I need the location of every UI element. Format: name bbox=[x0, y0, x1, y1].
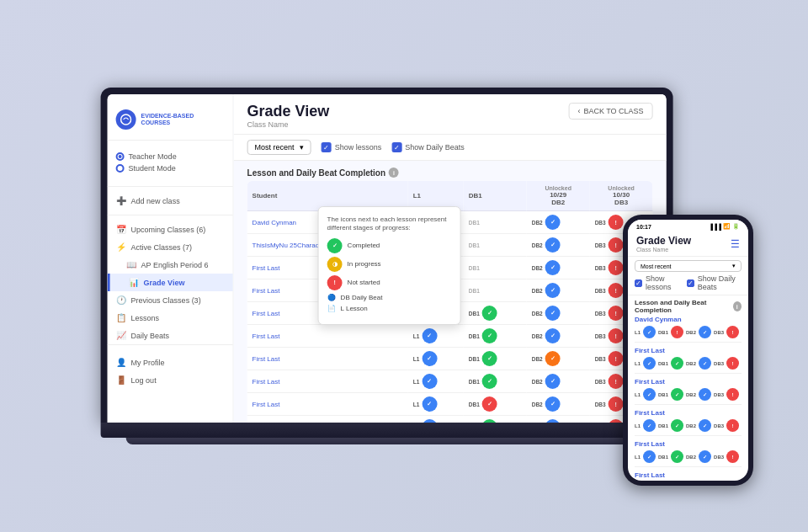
lesson-legend-icon: 📄 bbox=[327, 305, 336, 312]
grade-badge-✓: ✓ bbox=[482, 328, 497, 343]
sidebar-logout-label: Log out bbox=[131, 376, 157, 385]
main-content: Grade View Class Name ‹ BACK TO CLASS Mo… bbox=[234, 94, 667, 423]
student-name-cell: First Last bbox=[247, 348, 408, 370]
student-mode-item[interactable]: Student Mode bbox=[116, 164, 225, 173]
grade-badge-!: ! bbox=[609, 351, 624, 366]
scene: EVIDENCE-BASED COURSES Teacher Mode Stud… bbox=[0, 0, 808, 532]
db1-cell: DB1✓ bbox=[464, 370, 527, 393]
db2-cell: DB2✓ bbox=[527, 302, 590, 325]
col-db2-header: Unlocked 10/29 DB2 bbox=[527, 181, 590, 211]
sidebar-ap-label: AP English Period 6 bbox=[141, 261, 209, 269]
info-icon[interactable]: i bbox=[389, 168, 399, 178]
grade-badge-!: ! bbox=[609, 328, 624, 343]
sidebar-item-lessons[interactable]: 📋 Lessons bbox=[108, 309, 233, 327]
sidebar-item-previous[interactable]: 🕐 Previous Classes (3) bbox=[108, 291, 233, 309]
logo-area: EVIDENCE-BASED COURSES bbox=[108, 104, 233, 141]
table-row: First Last L1✓ DB1✓ DB2✓ DB3! bbox=[247, 370, 653, 393]
phone-sort-dropdown[interactable]: Most recent ▾ bbox=[635, 260, 742, 272]
phone-screen: 10:17 ▐▐▐ 📶 🔋 Grade View Class Name ☰ Mo… bbox=[628, 220, 748, 481]
phone-student-row: First Last L1✓DB1✓DB2✓DB3! bbox=[635, 347, 742, 374]
sidebar-item-profile[interactable]: 👤 My Profile bbox=[108, 354, 233, 371]
phone-badge-L1: ✓ bbox=[643, 326, 656, 338]
phone-beats-checkbox[interactable] bbox=[687, 279, 694, 287]
wifi-icon: 📶 bbox=[723, 223, 731, 230]
phone-badge-L1: ✓ bbox=[643, 419, 656, 432]
phone-badge-DB1: ✓ bbox=[671, 357, 683, 370]
sidebar-add-class[interactable]: ➕ Add new class bbox=[108, 192, 233, 210]
sidebar-item-logout[interactable]: 🚪 Log out bbox=[108, 371, 233, 389]
phone-student-row: First Last L1✓DB1✓DB2✓DB3! bbox=[635, 471, 742, 481]
tooltip-item-notstarted: ! Not started bbox=[327, 275, 452, 290]
laptop-device: EVIDENCE-BASED COURSES Teacher Mode Stud… bbox=[101, 88, 673, 444]
grade-badge-✓: ✓ bbox=[545, 374, 561, 389]
back-chevron-icon: ‹ bbox=[577, 107, 580, 115]
sidebar-item-ap-english[interactable]: 📖 AP English Period 6 bbox=[108, 256, 233, 274]
show-lessons-checkbox[interactable]: Show lessons bbox=[322, 142, 382, 152]
grade-badge-✓: ✓ bbox=[422, 351, 437, 366]
hamburger-menu-icon[interactable]: ☰ bbox=[731, 238, 740, 250]
sidebar-lessons-label: Lessons bbox=[131, 314, 160, 322]
phone-chevron-icon: ▾ bbox=[732, 263, 736, 269]
daily-beats-checkbox-box[interactable] bbox=[391, 142, 401, 152]
section-header: Lesson and Daily Beat Completion i bbox=[234, 161, 667, 181]
db2-cell: DB2✓ bbox=[527, 393, 590, 416]
phone-student-row: First Last L1✓DB1✓DB2✓DB3! bbox=[635, 378, 742, 405]
db1-cell: DB1✓ bbox=[464, 325, 527, 348]
col-db3-header: Unlocked 10/30 DB3 bbox=[590, 181, 653, 211]
phone-info-icon[interactable]: i bbox=[733, 301, 742, 311]
grade-badge-✓: ✓ bbox=[545, 260, 561, 275]
teacher-mode-radio[interactable] bbox=[116, 152, 125, 161]
student-name-cell: First Last bbox=[247, 370, 408, 393]
phone-show-daily-beats-checkbox[interactable]: Show Daily Beats bbox=[687, 274, 742, 291]
lessons-checkbox-box[interactable] bbox=[322, 142, 332, 152]
db1-cell: DB1 bbox=[464, 211, 527, 234]
sidebar-item-active[interactable]: ⚡ Active Classes (7) bbox=[108, 238, 233, 256]
completed-badge-icon: ✓ bbox=[327, 238, 343, 253]
battery-icon: 🔋 bbox=[732, 223, 740, 230]
back-to-class-button[interactable]: ‹ BACK TO CLASS bbox=[568, 103, 652, 120]
sidebar-item-upcoming[interactable]: 📅 Upcoming Classes (6) bbox=[108, 221, 233, 238]
db-legend-icon: 🔵 bbox=[327, 294, 336, 301]
mode-section: Teacher Mode Student Mode bbox=[108, 147, 233, 181]
grade-badge-!: ! bbox=[609, 215, 624, 230]
phone-badge-DB3: ! bbox=[726, 450, 739, 463]
sort-dropdown[interactable]: Most recent ▾ bbox=[247, 140, 311, 155]
phone-badge-L1: ✓ bbox=[643, 357, 656, 370]
db2-cell: DB2✓ bbox=[527, 348, 590, 370]
table-container: The icons next to each lesson represent … bbox=[234, 181, 667, 423]
phone-badge-DB1: ✓ bbox=[671, 388, 683, 401]
sidebar-item-daily-beats[interactable]: 📈 Daily Beats bbox=[108, 327, 233, 344]
show-daily-beats-checkbox[interactable]: Show Daily Beats bbox=[391, 142, 465, 152]
grade-badge-!: ! bbox=[609, 396, 624, 412]
phone-time: 10:17 bbox=[636, 224, 651, 230]
laptop-foot bbox=[126, 438, 648, 444]
phone-badge-DB3: ! bbox=[726, 388, 739, 401]
grade-badge-✓: ✓ bbox=[545, 283, 561, 298]
sidebar: EVIDENCE-BASED COURSES Teacher Mode Stud… bbox=[108, 94, 234, 423]
calendar-icon: 📅 bbox=[116, 225, 126, 234]
teacher-mode-item[interactable]: Teacher Mode bbox=[116, 152, 225, 161]
student-name-cell: First Last bbox=[247, 393, 408, 416]
phone-show-lessons-checkbox[interactable]: Show lessons bbox=[635, 274, 680, 291]
phone-badge-DB1: ✓ bbox=[671, 450, 683, 463]
sidebar-grade-label: Grade View bbox=[144, 279, 185, 287]
grade-badge-✓: ✓ bbox=[545, 306, 561, 321]
phone-lessons-checkbox[interactable] bbox=[635, 279, 642, 287]
chevron-down-icon: ▾ bbox=[300, 143, 304, 152]
student-name-cell: First Last bbox=[247, 325, 408, 348]
grade-badge-!: ! bbox=[609, 260, 624, 275]
phone-student-name: First Last bbox=[635, 347, 742, 354]
logout-icon: 🚪 bbox=[116, 375, 126, 385]
phone-controls: Most recent ▾ Show lessons Show Daily Be… bbox=[628, 257, 748, 295]
phone-badge-DB2: ✓ bbox=[699, 450, 711, 463]
phone-class-name: Class Name bbox=[636, 247, 691, 253]
lessons-icon: 📋 bbox=[116, 313, 126, 322]
phone-checkboxes: Show lessons Show Daily Beats bbox=[635, 274, 742, 291]
student-mode-radio[interactable] bbox=[116, 164, 125, 173]
phone-student-name: First Last bbox=[635, 409, 742, 417]
grade-badge-!: ! bbox=[609, 283, 624, 298]
db2-cell: DB2✓ bbox=[527, 279, 590, 302]
sidebar-item-grade-view[interactable]: 📊 Grade View bbox=[108, 274, 233, 291]
grade-badge-!: ! bbox=[609, 419, 624, 423]
phone-student-name: First Last bbox=[635, 378, 742, 386]
